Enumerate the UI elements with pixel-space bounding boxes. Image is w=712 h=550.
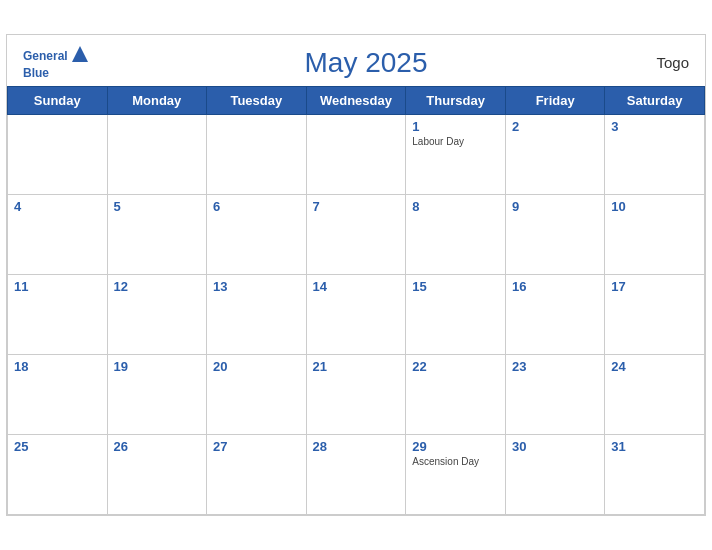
weekday-header-wednesday: Wednesday	[306, 87, 406, 115]
svg-marker-0	[72, 46, 88, 62]
calendar-cell: 24	[605, 355, 705, 435]
day-number: 25	[14, 439, 101, 454]
calendar-cell	[207, 115, 307, 195]
calendar-cell	[306, 115, 406, 195]
calendar-cell	[107, 115, 207, 195]
calendar-cell: 19	[107, 355, 207, 435]
calendar-cell	[8, 115, 108, 195]
country-label: Togo	[629, 54, 689, 71]
day-number: 26	[114, 439, 201, 454]
week-row-5: 2526272829Ascension Day3031	[8, 435, 705, 515]
calendar-cell: 20	[207, 355, 307, 435]
day-number: 3	[611, 119, 698, 134]
week-row-1: 1Labour Day23	[8, 115, 705, 195]
calendar-cell: 2	[505, 115, 604, 195]
day-number: 20	[213, 359, 300, 374]
calendar-cell: 31	[605, 435, 705, 515]
day-event: Labour Day	[412, 136, 499, 147]
calendar-cell: 9	[505, 195, 604, 275]
week-row-3: 11121314151617	[8, 275, 705, 355]
calendar-header: General Blue May 2025 Togo	[7, 35, 705, 86]
weekday-header-friday: Friday	[505, 87, 604, 115]
day-number: 5	[114, 199, 201, 214]
weekday-header-row: SundayMondayTuesdayWednesdayThursdayFrid…	[8, 87, 705, 115]
day-number: 9	[512, 199, 598, 214]
day-number: 15	[412, 279, 499, 294]
weekday-header-monday: Monday	[107, 87, 207, 115]
day-number: 13	[213, 279, 300, 294]
day-number: 11	[14, 279, 101, 294]
calendar-title: May 2025	[103, 47, 629, 79]
day-number: 21	[313, 359, 400, 374]
logo: General Blue	[23, 45, 103, 80]
calendar-cell: 5	[107, 195, 207, 275]
day-number: 4	[14, 199, 101, 214]
calendar-cell: 25	[8, 435, 108, 515]
day-number: 10	[611, 199, 698, 214]
calendar-cell: 14	[306, 275, 406, 355]
day-number: 27	[213, 439, 300, 454]
day-number: 8	[412, 199, 499, 214]
weekday-header-tuesday: Tuesday	[207, 87, 307, 115]
calendar-cell: 18	[8, 355, 108, 435]
day-number: 17	[611, 279, 698, 294]
calendar-cell: 12	[107, 275, 207, 355]
calendar-cell: 10	[605, 195, 705, 275]
calendar-cell: 8	[406, 195, 506, 275]
day-number: 7	[313, 199, 400, 214]
calendar-cell: 26	[107, 435, 207, 515]
week-row-4: 18192021222324	[8, 355, 705, 435]
calendar-cell: 17	[605, 275, 705, 355]
logo-icon	[71, 45, 89, 63]
day-number: 31	[611, 439, 698, 454]
day-event: Ascension Day	[412, 456, 499, 467]
calendar-cell: 16	[505, 275, 604, 355]
day-number: 16	[512, 279, 598, 294]
calendar-cell: 4	[8, 195, 108, 275]
weekday-header-sunday: Sunday	[8, 87, 108, 115]
calendar-cell: 6	[207, 195, 307, 275]
calendar-cell: 21	[306, 355, 406, 435]
calendar-cell: 30	[505, 435, 604, 515]
day-number: 23	[512, 359, 598, 374]
weekday-header-saturday: Saturday	[605, 87, 705, 115]
calendar-cell: 3	[605, 115, 705, 195]
calendar-cell: 1Labour Day	[406, 115, 506, 195]
calendar-cell: 28	[306, 435, 406, 515]
calendar-cell: 29Ascension Day	[406, 435, 506, 515]
day-number: 14	[313, 279, 400, 294]
day-number: 1	[412, 119, 499, 134]
day-number: 22	[412, 359, 499, 374]
weekday-header-thursday: Thursday	[406, 87, 506, 115]
day-number: 18	[14, 359, 101, 374]
day-number: 12	[114, 279, 201, 294]
logo-general: General	[23, 49, 68, 63]
calendar-cell: 11	[8, 275, 108, 355]
day-number: 2	[512, 119, 598, 134]
calendar-cell: 15	[406, 275, 506, 355]
calendar-cell: 7	[306, 195, 406, 275]
day-number: 6	[213, 199, 300, 214]
day-number: 29	[412, 439, 499, 454]
calendar-grid: SundayMondayTuesdayWednesdayThursdayFrid…	[7, 86, 705, 515]
week-row-2: 45678910	[8, 195, 705, 275]
calendar-cell: 13	[207, 275, 307, 355]
day-number: 24	[611, 359, 698, 374]
logo-blue: Blue	[23, 66, 103, 80]
calendar-cell: 22	[406, 355, 506, 435]
calendar-container: General Blue May 2025 Togo SundayMondayT…	[6, 34, 706, 516]
day-number: 30	[512, 439, 598, 454]
calendar-cell: 27	[207, 435, 307, 515]
calendar-cell: 23	[505, 355, 604, 435]
day-number: 19	[114, 359, 201, 374]
day-number: 28	[313, 439, 400, 454]
